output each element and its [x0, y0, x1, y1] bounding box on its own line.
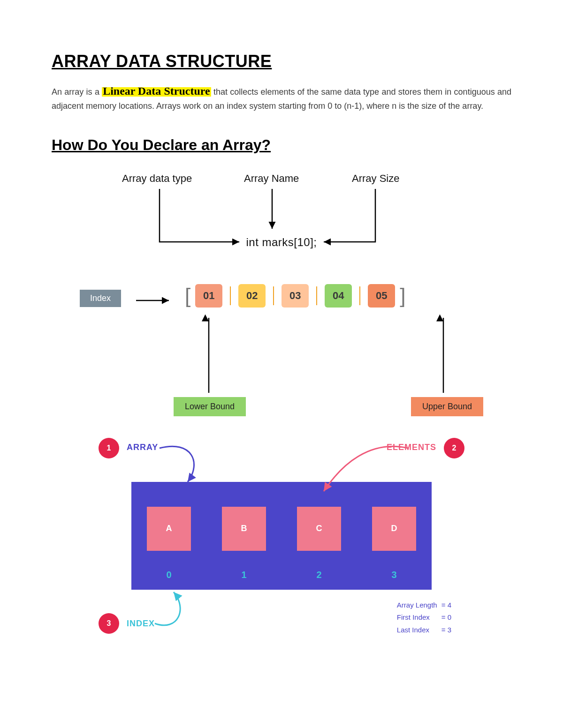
lower-bound-label: Lower Bound	[174, 397, 246, 416]
bound-arrows-icon	[80, 280, 483, 416]
intro-highlight-ds: Data Structure	[138, 85, 210, 97]
stat-length-value: = 4	[439, 600, 454, 611]
array-stats: Array Length = 4 First Index = 0 Last In…	[396, 599, 455, 637]
index-value-0: 0	[147, 570, 191, 580]
section-subtitle: How Do You Declare an Array?	[52, 136, 511, 154]
badge-array-circle: 1	[99, 438, 119, 458]
array-element-c: C	[297, 507, 341, 551]
array-element-a: A	[147, 507, 191, 551]
upper-bound-label: Upper Bound	[411, 397, 483, 416]
intro-paragraph: An array is a Linear Data Structure that…	[52, 83, 511, 113]
caption-array: ARRAY	[127, 443, 158, 452]
caption-index: INDEX	[127, 619, 155, 629]
index-row: 0 1 2 3	[131, 564, 432, 590]
badge-elements-circle: 2	[444, 438, 464, 458]
intro-pre: An array is a	[52, 87, 102, 97]
declaration-diagram: Array data type Array Name Array Size in…	[103, 173, 460, 266]
caption-elements: ELEMENTS	[387, 443, 436, 452]
stat-last-label: Last Index	[396, 624, 438, 636]
index-value-2: 2	[297, 570, 341, 580]
index-value-3: 3	[372, 570, 416, 580]
index-value-1: 1	[222, 570, 266, 580]
array-block: A B C D 0 1 2 3	[131, 482, 432, 590]
document-page: ARRAY DATA STRUCTURE An array is a Linea…	[0, 0, 563, 679]
stat-length-label: Array Length	[396, 600, 438, 611]
stat-first-value: = 0	[439, 612, 454, 623]
array-element-b: B	[222, 507, 266, 551]
stat-last-value: = 3	[439, 624, 454, 636]
declaration-arrows-icon	[103, 173, 460, 266]
badge-index-circle: 3	[99, 613, 119, 634]
page-title: ARRAY DATA STRUCTURE	[52, 52, 511, 71]
array-element-d: D	[372, 507, 416, 551]
array-visual-diagram: 1 2 3 ARRAY ELEMENTS INDEX A B C D 0 1 2…	[80, 435, 483, 641]
stat-first-label: First Index	[396, 612, 438, 623]
index-row-diagram: Index [ 01 02 03 04 05 ]	[80, 280, 483, 416]
elements-row: A B C D	[131, 482, 432, 564]
intro-highlight-linear: Linear	[103, 85, 135, 97]
